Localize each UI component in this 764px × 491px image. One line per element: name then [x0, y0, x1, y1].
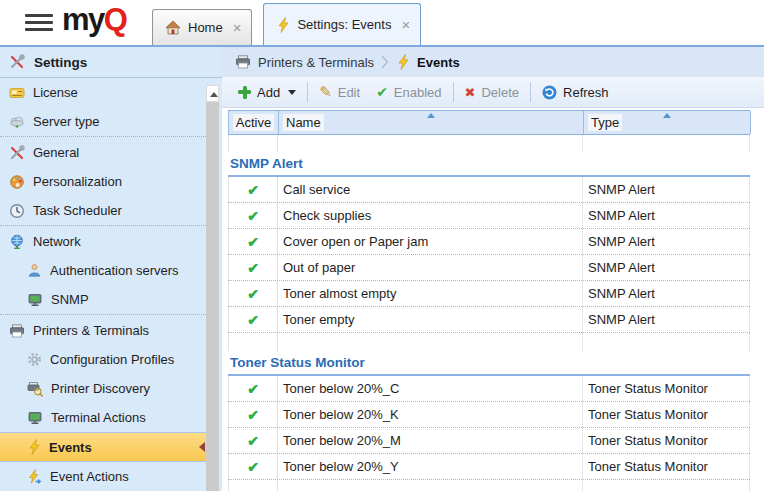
type-cell: SNMP Alert: [583, 307, 750, 332]
table-row[interactable]: Toner below 20%_C Toner Status Monitor: [228, 376, 750, 402]
refresh-icon: [542, 85, 557, 100]
active-cell: [228, 428, 278, 453]
delete-button[interactable]: Delete: [457, 80, 527, 104]
sidebar-item-personalization[interactable]: Personalization: [0, 167, 206, 196]
group-header-snmp-alert: SNMP Alert: [228, 152, 750, 177]
table-row[interactable]: Toner below 20%_Y Toner Status Monitor: [228, 454, 750, 480]
name-cell: Toner empty: [278, 307, 583, 332]
table-row[interactable]: Toner below 20%_M Toner Status Monitor: [228, 428, 750, 454]
name-cell: Toner below 20%_Y: [278, 454, 583, 479]
group-header-toner-status-monitor: Toner Status Monitor: [228, 351, 750, 376]
lightning-icon: [27, 439, 41, 455]
globe-icon: [9, 234, 25, 250]
sidebar-item-configuration-profiles[interactable]: Configuration Profiles: [0, 345, 206, 374]
app-window: myQ Home Settings: Events: [0, 0, 764, 491]
column-header-name[interactable]: Name: [279, 111, 584, 134]
sidebar-item-label: Event Actions: [50, 469, 129, 484]
sidebar-item-printers-terminals[interactable]: Printers & Terminals: [0, 316, 206, 345]
sidebar-item-event-actions[interactable]: Event Actions: [0, 462, 206, 491]
sidebar-item-server-type[interactable]: Server type: [0, 107, 206, 136]
add-button-label: Add: [257, 85, 280, 100]
column-header-active[interactable]: Active: [229, 111, 279, 134]
table-row[interactable]: Toner below 20%_K Toner Status Monitor: [228, 402, 750, 428]
name-cell: Toner below 20%_M: [278, 428, 583, 453]
menu-icon[interactable]: [25, 14, 53, 31]
refresh-button[interactable]: Refresh: [534, 80, 617, 104]
printer-icon: [235, 54, 251, 70]
type-cell: SNMP Alert: [583, 281, 750, 306]
selected-item-arrow: [199, 442, 205, 452]
name-cell: Call service: [278, 177, 583, 202]
table-row[interactable]: Cover open or Paper jam SNMP Alert: [228, 229, 750, 255]
edit-button[interactable]: Edit: [311, 80, 368, 104]
breadcrumb: Printers & Terminals Events: [222, 47, 764, 77]
sidebar-item-license[interactable]: License: [0, 78, 206, 107]
tools-icon: [9, 54, 25, 70]
scroll-up-icon[interactable]: [206, 85, 219, 102]
table-row[interactable]: Check supplies SNMP Alert: [228, 203, 750, 229]
column-header-type[interactable]: Type: [584, 111, 751, 134]
active-cell: [228, 255, 278, 280]
logo-text-q: Q: [104, 2, 127, 37]
palette-icon: [9, 174, 25, 190]
sidebar-item-network[interactable]: Network: [0, 227, 206, 256]
active-check-icon: [247, 261, 259, 275]
monitor-icon: [27, 410, 43, 426]
name-cell: Out of paper: [278, 255, 583, 280]
sidebar-item-general[interactable]: General: [0, 138, 206, 167]
active-check-icon: [247, 313, 259, 327]
sidebar-item-authentication-servers[interactable]: Authentication servers: [0, 256, 206, 285]
tools-icon: [9, 145, 25, 161]
sidebar-item-printer-discovery[interactable]: Printer Discovery: [0, 374, 206, 403]
type-cell: Toner Status Monitor: [583, 428, 750, 453]
scrollbar-thumb[interactable]: [206, 102, 219, 491]
name-cell: Toner almost empty: [278, 281, 583, 306]
active-cell: [228, 307, 278, 332]
tab-settings-events[interactable]: Settings: Events: [263, 3, 421, 45]
type-cell: SNMP Alert: [583, 203, 750, 228]
home-icon: [165, 20, 181, 36]
sidebar-item-terminal-actions[interactable]: Terminal Actions: [0, 403, 206, 432]
toolbar-separator: [530, 82, 531, 102]
top-bar: myQ Home Settings: Events: [0, 0, 764, 47]
toolbar: Add Edit Enabled Delete Re: [222, 77, 764, 108]
table-row[interactable]: Toner empty SNMP Alert: [228, 307, 750, 333]
active-check-icon: [247, 235, 259, 249]
tab-label: Settings: Events: [297, 17, 391, 32]
sidebar-item-events[interactable]: Events: [0, 432, 206, 462]
refresh-button-label: Refresh: [563, 85, 609, 100]
type-cell: SNMP Alert: [583, 177, 750, 202]
type-cell: SNMP Alert: [583, 255, 750, 280]
sidebar-scrollbar[interactable]: [206, 85, 219, 491]
add-button[interactable]: Add: [230, 80, 304, 104]
tab-bar: Home Settings: Events: [152, 3, 432, 45]
gear-icon: [27, 352, 42, 367]
license-icon: [9, 85, 25, 101]
table-row[interactable]: Out of paper SNMP Alert: [228, 255, 750, 281]
dropdown-caret-icon: [288, 90, 296, 95]
enabled-button[interactable]: Enabled: [368, 80, 449, 104]
close-icon[interactable]: [233, 20, 242, 35]
active-check-icon: [247, 434, 259, 448]
name-cell: Cover open or Paper jam: [278, 229, 583, 254]
table-row[interactable]: Call service SNMP Alert: [228, 177, 750, 203]
toolbar-separator: [453, 82, 454, 102]
sidebar-item-snmp[interactable]: SNMP: [0, 285, 206, 314]
edit-button-label: Edit: [338, 85, 360, 100]
sidebar-title: Settings: [34, 55, 87, 70]
active-cell: [228, 454, 278, 479]
close-icon[interactable]: [401, 17, 410, 32]
active-check-icon: [247, 209, 259, 223]
breadcrumb-item-printers-terminals[interactable]: Printers & Terminals: [258, 55, 374, 70]
breadcrumb-item-events: Events: [417, 55, 460, 70]
name-cell: Toner below 20%_C: [278, 376, 583, 401]
active-cell: [228, 229, 278, 254]
sidebar-item-label: Server type: [33, 114, 99, 129]
active-cell: [228, 203, 278, 228]
tab-home[interactable]: Home: [152, 9, 252, 45]
sidebar-item-label: Network: [33, 234, 81, 249]
sidebar-header-settings[interactable]: Settings: [0, 47, 222, 78]
main-panel: Printers & Terminals Events Add Edit: [222, 47, 764, 491]
table-row[interactable]: Toner almost empty SNMP Alert: [228, 281, 750, 307]
sidebar-item-task-scheduler[interactable]: Task Scheduler: [0, 196, 206, 225]
